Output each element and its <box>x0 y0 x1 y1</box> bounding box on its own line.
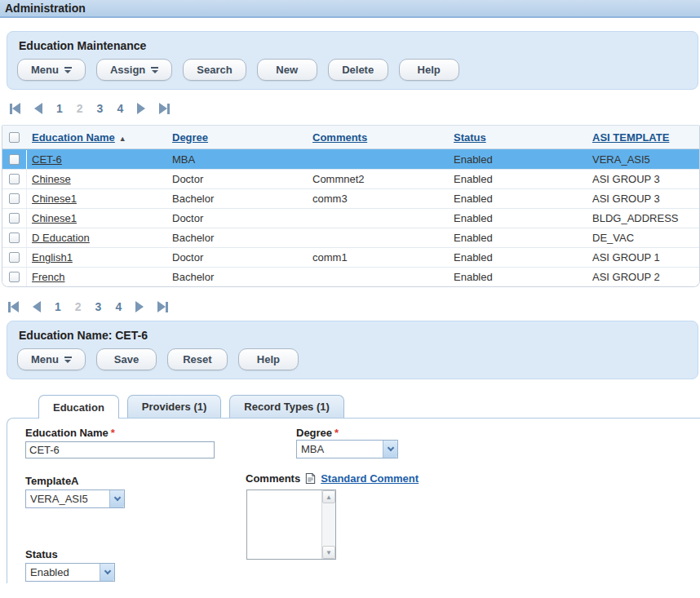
degree-cell: Bachelor <box>167 232 308 244</box>
menu-button[interactable]: Menu <box>17 348 86 370</box>
column-header-degree[interactable]: Degree <box>167 131 308 144</box>
row-checkbox[interactable] <box>9 154 20 165</box>
page-number-1[interactable]: 1 <box>55 300 61 313</box>
row-checkbox[interactable] <box>9 193 20 204</box>
comments-textarea-value[interactable] <box>247 490 321 559</box>
status-cell: Enabled <box>449 232 587 244</box>
row-checkbox[interactable] <box>9 233 20 243</box>
table-row[interactable]: CET-6 MBA Enabled VERA_ASI5 <box>2 149 699 169</box>
column-header-asi-template[interactable]: ASI TEMPLATE <box>587 131 699 144</box>
menu-button[interactable]: Menu <box>17 59 86 81</box>
delete-button[interactable]: Delete <box>328 59 388 81</box>
save-button[interactable]: Save <box>96 348 157 370</box>
degree-cell: Bachelor <box>167 271 308 283</box>
education-name-link[interactable]: D Education <box>32 232 90 244</box>
scroll-up-icon[interactable]: ▲ <box>322 490 335 503</box>
education-name-link[interactable]: Chinese <box>32 173 71 185</box>
status-select[interactable]: Enabled <box>25 563 115 582</box>
page-number-4[interactable]: 4 <box>115 300 122 313</box>
sort-ascending-icon: ▲ <box>119 135 126 143</box>
assign-button[interactable]: Assign <box>96 59 172 81</box>
degree-select[interactable]: MBA <box>296 440 398 458</box>
table-header-row: Education Name▲ Degree Comments Status A… <box>2 126 699 149</box>
tab-record-types[interactable]: Record Types (1) <box>229 395 344 418</box>
page-number-2-current: 2 <box>75 300 82 313</box>
tab-education[interactable]: Education <box>38 395 119 419</box>
education-name-link[interactable]: French <box>32 271 64 283</box>
last-page-icon[interactable] <box>157 301 168 312</box>
template-label: TemplateA <box>25 475 79 487</box>
education-name-link[interactable]: Chinese1 <box>32 212 77 224</box>
row-checkbox[interactable] <box>9 174 20 184</box>
menu-dropdown-icon <box>64 357 72 363</box>
table-row[interactable]: Chinese1 Doctor Enabled BLDG_ADDRESS <box>2 208 699 228</box>
next-page-icon[interactable] <box>135 301 144 312</box>
table-row[interactable]: French Bachelor Enabled ASI GROUP 2 <box>2 267 699 286</box>
education-name-link[interactable]: English1 <box>32 251 73 264</box>
comments-cell: Commnet2 <box>308 173 449 185</box>
comments-scrollbar[interactable]: ▲ ▼ <box>321 490 335 559</box>
row-checkbox[interactable] <box>9 252 20 263</box>
menu-dropdown-icon <box>64 67 72 73</box>
status-cell: Enabled <box>449 173 587 185</box>
status-cell: Enabled <box>449 271 587 283</box>
education-name-link[interactable]: CET-6 <box>32 153 62 166</box>
table-row[interactable]: D Education Bachelor Enabled DE_VAC <box>2 228 699 247</box>
page-title: Administration <box>5 2 86 15</box>
education-name-label: Education Name* <box>25 427 115 439</box>
reset-button[interactable]: Reset <box>167 348 228 370</box>
table-row[interactable]: Chinese Doctor Commnet2 Enabled ASI GROU… <box>2 169 699 188</box>
page-header: Administration <box>0 0 700 18</box>
help-button[interactable]: Help <box>399 59 459 81</box>
table-row[interactable]: English1 Doctor comm1 Enabled ASI GROUP … <box>2 247 699 267</box>
tab-strip: Education Providers (1) Record Types (1) <box>0 395 700 418</box>
education-tab-content: Education Name* Degree* MBA TemplateA VE… <box>7 418 700 583</box>
last-page-icon[interactable] <box>159 103 170 114</box>
reset-button-label: Reset <box>183 353 211 365</box>
asi-template-cell: DE_VAC <box>587 232 699 244</box>
help-button[interactable]: Help <box>238 348 299 370</box>
education-name-input[interactable] <box>25 441 215 458</box>
asi-template-cell: VERA_ASI5 <box>587 153 699 166</box>
page-number-1[interactable]: 1 <box>56 102 63 115</box>
first-page-icon[interactable] <box>10 103 20 114</box>
row-checkbox[interactable] <box>9 272 20 282</box>
column-header-status[interactable]: Status <box>449 131 587 144</box>
degree-select-value: MBA <box>297 441 383 458</box>
asi-template-cell: BLDG_ADDRESS <box>587 212 699 224</box>
comments-textarea[interactable]: ▲ ▼ <box>246 489 336 560</box>
previous-page-icon[interactable] <box>33 301 41 312</box>
scroll-down-icon[interactable]: ▼ <box>322 546 335 559</box>
education-name-link[interactable]: Chinese1 <box>32 193 77 205</box>
page-number-2-current: 2 <box>77 102 83 115</box>
template-select-value: VERA_ASI5 <box>26 490 109 507</box>
degree-cell: Bachelor <box>167 193 308 205</box>
dropdown-arrow-icon[interactable] <box>109 490 124 507</box>
next-page-icon[interactable] <box>137 103 145 114</box>
status-cell: Enabled <box>449 251 587 264</box>
comments-cell: comm3 <box>308 193 449 205</box>
new-button[interactable]: New <box>257 59 317 81</box>
maintenance-toolbar: Menu Assign Search New Delete Help <box>17 59 688 81</box>
standard-comment-icon[interactable] <box>304 472 317 485</box>
row-checkbox[interactable] <box>9 213 20 224</box>
previous-page-icon[interactable] <box>34 103 42 114</box>
table-row[interactable]: Chinese1 Bachelor comm3 Enabled ASI GROU… <box>2 188 699 208</box>
tab-providers[interactable]: Providers (1) <box>127 395 221 418</box>
column-header-education-name[interactable]: Education Name▲ <box>27 131 167 144</box>
standard-comment-link[interactable]: Standard Comment <box>321 472 419 485</box>
page-number-3[interactable]: 3 <box>97 102 104 115</box>
dropdown-arrow-icon[interactable] <box>383 441 397 458</box>
required-marker: * <box>334 427 339 439</box>
page-number-4[interactable]: 4 <box>117 102 123 115</box>
page-number-3[interactable]: 3 <box>95 300 102 313</box>
dropdown-arrow-icon[interactable] <box>100 564 114 581</box>
column-header-comments[interactable]: Comments <box>308 131 449 144</box>
search-button[interactable]: Search <box>183 59 246 81</box>
asi-template-cell: ASI GROUP 3 <box>587 173 699 185</box>
select-all-checkbox[interactable] <box>9 132 20 143</box>
detail-panel-title: Education Name: CET-6 <box>17 329 688 342</box>
search-button-label: Search <box>197 64 232 76</box>
template-select[interactable]: VERA_ASI5 <box>25 489 125 508</box>
first-page-icon[interactable] <box>8 301 19 312</box>
